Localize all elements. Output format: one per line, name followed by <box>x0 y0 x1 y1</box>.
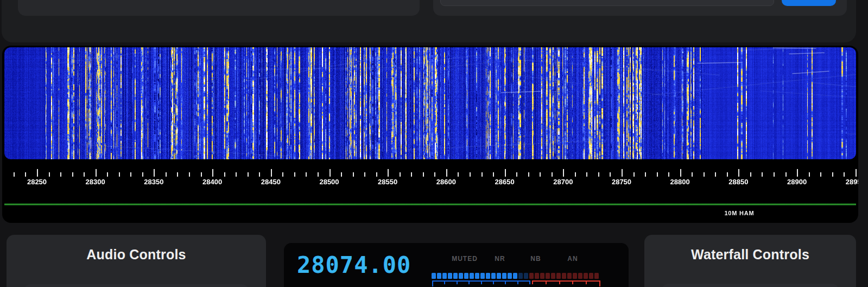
scale-tick <box>25 172 26 177</box>
callsign-input[interactable] <box>440 0 774 6</box>
scale-tick-major <box>37 169 38 177</box>
scale-tick <box>715 172 716 177</box>
scale-tick-major <box>622 169 623 177</box>
frequency-scale[interactable]: 2825028300283502840028450285002855028600… <box>2 46 858 223</box>
meter-scale-line <box>532 280 600 282</box>
meter-segment <box>578 273 582 279</box>
scale-tick-major <box>856 169 857 177</box>
meter-segment <box>562 273 566 279</box>
meter-segment <box>502 273 506 279</box>
scale-tick-major <box>797 169 798 177</box>
meter-scale-tick <box>432 280 433 286</box>
scale-tick-major <box>388 169 389 177</box>
scale-tick <box>177 172 178 177</box>
lookup-button[interactable]: Lookup <box>782 0 836 6</box>
scale-tick <box>528 172 529 177</box>
scale-tick <box>142 172 143 177</box>
scale-tick <box>809 172 810 177</box>
scale-tick-major <box>330 169 331 177</box>
an-indicator: AN <box>567 255 578 263</box>
meter-scale-tick <box>457 280 458 284</box>
scale-tick <box>306 172 307 177</box>
scale-tick-major <box>96 169 97 177</box>
meter-segment <box>524 273 528 279</box>
meter-scale-tick <box>559 280 560 284</box>
scale-tick <box>598 172 599 177</box>
scale-tick <box>493 172 494 177</box>
scale-tick-major <box>154 169 155 177</box>
scale-tick <box>552 172 553 177</box>
meter-segment <box>437 273 441 279</box>
nr-indicator: NR <box>495 255 505 263</box>
meter-segment <box>486 273 490 279</box>
meter-segment <box>497 273 501 279</box>
meter-segment <box>432 273 436 279</box>
sdr-app: MW List Short-wave.info Lookup 282502830… <box>0 0 868 287</box>
scale-tick <box>458 172 459 177</box>
scale-label: 28700 <box>553 178 573 186</box>
top-panel: MW List Short-wave.info Lookup <box>2 0 856 42</box>
scale-tick <box>832 172 833 177</box>
meter-scale-tick <box>546 280 547 284</box>
meter-segment <box>470 273 474 279</box>
scale-tick <box>481 172 483 177</box>
scale-tick <box>657 172 658 177</box>
scale-label: 28900 <box>787 178 807 186</box>
audio-control-strip[interactable] <box>24 284 249 287</box>
scale-tick <box>586 172 587 177</box>
scale-tick <box>72 172 73 177</box>
scale-tick <box>762 172 763 177</box>
scale-label: 28350 <box>144 178 163 186</box>
links-card: MW List Short-wave.info <box>18 0 420 16</box>
waterfall-controls-title: Waterfall Controls <box>644 235 856 263</box>
scale-tick <box>14 172 15 177</box>
scale-tick <box>201 172 202 177</box>
band-label: 10M HAM <box>724 210 754 216</box>
meter-scale-tick <box>599 280 600 286</box>
audio-controls-title: Audio Controls <box>7 235 266 263</box>
scale-tick <box>294 172 295 177</box>
scale-tick <box>282 172 283 177</box>
audio-controls-panel: Audio Controls <box>7 235 266 287</box>
scale-tick <box>820 172 821 177</box>
scale-tick <box>119 172 120 177</box>
meter-scale-tick <box>444 280 445 284</box>
scale-tick <box>60 172 61 177</box>
scale-label: 28450 <box>261 178 281 186</box>
scale-tick <box>353 172 354 177</box>
meter-scale-tick <box>468 280 470 284</box>
scale-tick <box>423 172 424 177</box>
scale-tick <box>750 172 751 177</box>
meter-segment <box>540 273 544 279</box>
meter-segment <box>535 273 539 279</box>
scale-tick <box>259 172 260 177</box>
scale-tick <box>411 172 412 177</box>
scale-label: 28850 <box>728 178 748 186</box>
meter-segment <box>594 273 599 279</box>
scale-label: 28550 <box>378 178 397 186</box>
frequency-readout: 28074.00 <box>297 254 411 277</box>
scale-tick <box>84 172 85 177</box>
scale-tick <box>645 172 646 177</box>
meter-scale-tick <box>586 280 587 284</box>
scale-tick <box>540 172 541 177</box>
meter-scale-tick <box>517 280 518 284</box>
waterfall-control-strip[interactable] <box>662 284 839 287</box>
scale-tick <box>692 172 693 177</box>
scale-tick <box>727 172 728 177</box>
receiver-display-panel: 28074.00 MUTED NR NB AN <box>284 243 629 287</box>
scale-tick <box>785 172 787 177</box>
meter-scale-tick <box>532 280 533 284</box>
meter-segment <box>475 273 479 279</box>
s-meter <box>432 273 599 279</box>
meter-segment <box>513 273 517 279</box>
scale-label: 28800 <box>670 178 690 186</box>
scale-tick-major <box>680 169 681 177</box>
meter-scale-tick <box>481 280 482 284</box>
scale-tick-major <box>563 169 564 177</box>
scale-tick <box>189 172 190 177</box>
meter-segment <box>518 273 523 279</box>
nb-indicator: NB <box>530 255 541 263</box>
scale-label: 28950 <box>846 178 858 186</box>
meter-scale-tick <box>529 280 530 284</box>
